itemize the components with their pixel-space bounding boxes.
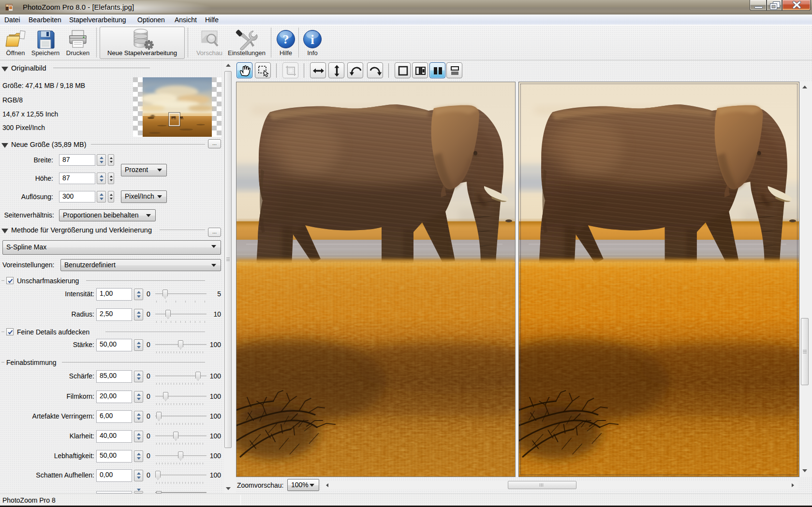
svg-text:i: i	[310, 32, 314, 47]
svg-text:?: ?	[283, 32, 289, 46]
